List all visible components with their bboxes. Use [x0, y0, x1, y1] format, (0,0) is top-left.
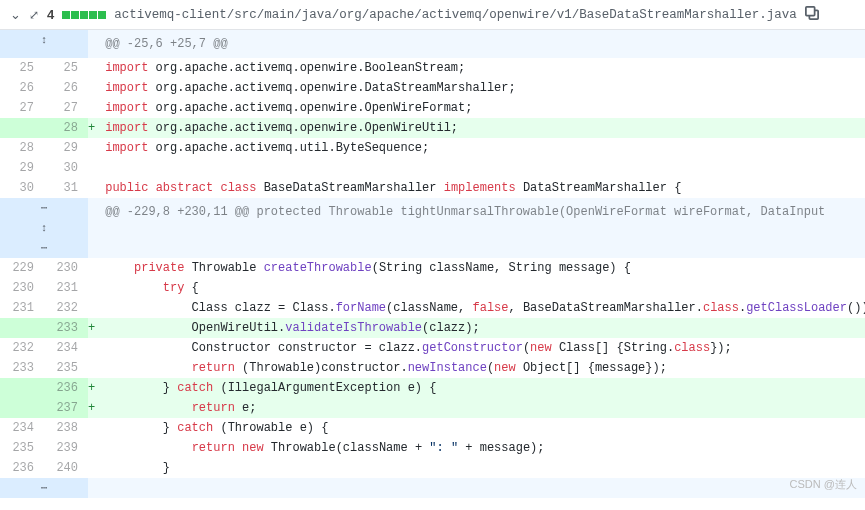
code-cell[interactable]: Constructor constructor = clazz.getConst…: [95, 338, 865, 358]
diff-marker: [88, 58, 95, 78]
diff-marker: [88, 438, 95, 458]
code-cell[interactable]: } catch (IllegalArgumentException e) {: [95, 378, 865, 398]
old-line-num[interactable]: 29: [0, 158, 44, 178]
diff-marker: [88, 78, 95, 98]
new-line-num[interactable]: 30: [44, 158, 88, 178]
expand-icon[interactable]: ↕: [0, 30, 88, 58]
new-line-num[interactable]: 239: [44, 438, 88, 458]
diff-marker: [88, 338, 95, 358]
diff-line-context: 235239 return new Throwable(className + …: [0, 438, 865, 458]
new-line-num[interactable]: 25: [44, 58, 88, 78]
new-line-num[interactable]: 234: [44, 338, 88, 358]
diff-stat-squares: [62, 11, 106, 19]
old-line-num[interactable]: 28: [0, 138, 44, 158]
diff-marker: [88, 298, 95, 318]
diff-line-context: 230231 try {: [0, 278, 865, 298]
diff-line-context: 2525import org.apache.activemq.openwire.…: [0, 58, 865, 78]
diff-line-add: 233+ OpenWireUtil.validateIsThrowable(cl…: [0, 318, 865, 338]
expand-all-icon[interactable]: ⤢: [29, 8, 39, 22]
diff-line-context: 3031public abstract class BaseDataStream…: [0, 178, 865, 198]
code-cell[interactable]: try {: [95, 278, 865, 298]
new-line-num[interactable]: 233: [44, 318, 88, 338]
diff-marker: [88, 278, 95, 298]
expand-down-icon[interactable]: ⋯: [0, 478, 88, 498]
code-cell[interactable]: OpenWireUtil.validateIsThrowable(clazz);: [95, 318, 865, 338]
copy-path-icon[interactable]: [805, 6, 819, 23]
new-line-num[interactable]: 238: [44, 418, 88, 438]
old-line-num[interactable]: 234: [0, 418, 44, 438]
code-cell[interactable]: import org.apache.activemq.openwire.Bool…: [95, 58, 865, 78]
old-line-num[interactable]: 230: [0, 278, 44, 298]
code-cell[interactable]: [95, 158, 865, 178]
new-line-num[interactable]: 26: [44, 78, 88, 98]
old-line-num[interactable]: 236: [0, 458, 44, 478]
old-line-num[interactable]: 229: [0, 258, 44, 278]
old-line-num[interactable]: 25: [0, 58, 44, 78]
diff-marker: +: [88, 398, 95, 418]
diff-line-add: 237+ return e;: [0, 398, 865, 418]
code-cell[interactable]: Class clazz = Class.forName(className, f…: [95, 298, 865, 318]
diff-line-context: 236240 }: [0, 458, 865, 478]
new-line-num[interactable]: 28: [44, 118, 88, 138]
new-line-num[interactable]: 230: [44, 258, 88, 278]
diff-line-context: 2727import org.apache.activemq.openwire.…: [0, 98, 865, 118]
expand-icon[interactable]: ⋯↕⋯: [0, 198, 88, 258]
diff-line-context: 229230 private Throwable createThrowable…: [0, 258, 865, 278]
diff-marker: [88, 178, 95, 198]
new-line-num[interactable]: 240: [44, 458, 88, 478]
new-line-num[interactable]: 31: [44, 178, 88, 198]
diff-line-context: 2829import org.apache.activemq.util.Byte…: [0, 138, 865, 158]
code-cell[interactable]: public abstract class BaseDataStreamMars…: [95, 178, 865, 198]
hunk-text: @@ -25,6 +25,7 @@: [95, 30, 865, 58]
diff-line-context: 2930: [0, 158, 865, 178]
code-cell[interactable]: }: [95, 458, 865, 478]
new-line-num[interactable]: 235: [44, 358, 88, 378]
diff-line-add: 28+import org.apache.activemq.openwire.O…: [0, 118, 865, 138]
diff-marker: [88, 158, 95, 178]
old-line-num[interactable]: [0, 398, 44, 418]
diff-line-context: 234238 } catch (Throwable e) {: [0, 418, 865, 438]
code-cell[interactable]: return (Throwable)constructor.newInstanc…: [95, 358, 865, 378]
code-cell[interactable]: return new Throwable(className + ": " + …: [95, 438, 865, 458]
hunk-header: ↕@@ -25,6 +25,7 @@: [0, 30, 865, 58]
new-line-num[interactable]: 29: [44, 138, 88, 158]
watermark: CSDN @连人: [790, 477, 857, 492]
code-cell[interactable]: } catch (Throwable e) {: [95, 418, 865, 438]
diff-marker: [88, 138, 95, 158]
code-cell[interactable]: private Throwable createThrowable(String…: [95, 258, 865, 278]
code-cell[interactable]: import org.apache.activemq.openwire.Open…: [95, 118, 865, 138]
file-path[interactable]: activemq-client/src/main/java/org/apache…: [114, 8, 797, 22]
diff-marker: +: [88, 118, 95, 138]
old-line-num[interactable]: 30: [0, 178, 44, 198]
old-line-num[interactable]: 231: [0, 298, 44, 318]
file-header: ⌄ ⤢ 4 activemq-client/src/main/java/org/…: [0, 0, 865, 30]
code-cell[interactable]: import org.apache.activemq.util.ByteSequ…: [95, 138, 865, 158]
diff-marker: [88, 458, 95, 478]
old-line-num[interactable]: 26: [0, 78, 44, 98]
new-line-num[interactable]: 232: [44, 298, 88, 318]
old-line-num[interactable]: [0, 118, 44, 138]
chevron-down-icon[interactable]: ⌄: [10, 7, 21, 22]
old-line-num[interactable]: 232: [0, 338, 44, 358]
old-line-num[interactable]: [0, 318, 44, 338]
diff-line-add: 236+ } catch (IllegalArgumentException e…: [0, 378, 865, 398]
old-line-num[interactable]: 235: [0, 438, 44, 458]
old-line-num[interactable]: 27: [0, 98, 44, 118]
diff-line-context: 233235 return (Throwable)constructor.new…: [0, 358, 865, 378]
code-cell[interactable]: import org.apache.activemq.openwire.Data…: [95, 78, 865, 98]
code-cell[interactable]: import org.apache.activemq.openwire.Open…: [95, 98, 865, 118]
change-count: 4: [47, 7, 54, 22]
new-line-num[interactable]: 237: [44, 398, 88, 418]
old-line-num[interactable]: 233: [0, 358, 44, 378]
diff-marker: [88, 418, 95, 438]
new-line-num[interactable]: 231: [44, 278, 88, 298]
code-cell[interactable]: return e;: [95, 398, 865, 418]
diff-line-context: 232234 Constructor constructor = clazz.g…: [0, 338, 865, 358]
diff-marker: [88, 358, 95, 378]
old-line-num[interactable]: [0, 378, 44, 398]
diff-marker: [88, 258, 95, 278]
new-line-num[interactable]: 236: [44, 378, 88, 398]
new-line-num[interactable]: 27: [44, 98, 88, 118]
diff-marker: +: [88, 318, 95, 338]
hunk-text: @@ -229,8 +230,11 @@ protected Throwable…: [95, 198, 865, 258]
